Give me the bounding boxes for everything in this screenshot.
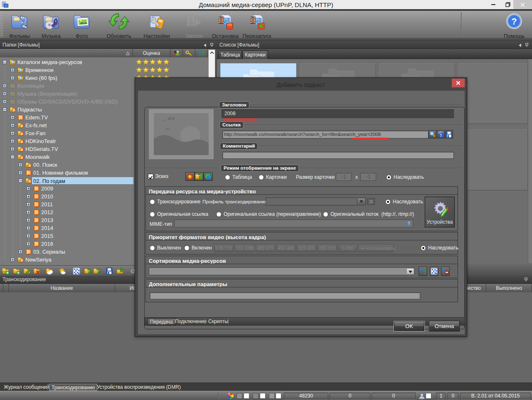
svg-text:?: ? xyxy=(511,16,517,27)
svg-text:?: ? xyxy=(407,221,410,226)
